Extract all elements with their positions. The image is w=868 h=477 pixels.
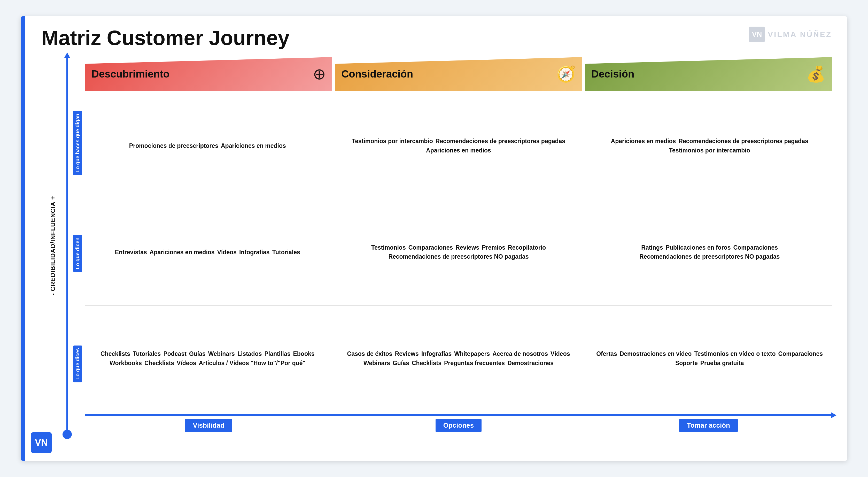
logo-box: VN (749, 27, 765, 42)
col-title-consideracion: Consideración (341, 68, 413, 80)
item: Recopilatorio (508, 244, 546, 252)
col-header-descubrimiento: Descubrimiento ⊕ (85, 57, 332, 91)
item: Comparaciones (408, 244, 453, 252)
cell-r3-c1: Checklists Tutoriales Podcast Guías Webi… (85, 310, 330, 408)
y-axis-line (66, 57, 68, 435)
item: Promociones de preescriptores (129, 142, 218, 150)
col-header-decision: Decisión 💰 (585, 57, 832, 91)
item: Prueba gratuita (700, 359, 744, 367)
item: Workbooks (110, 359, 142, 367)
col-title-decision: Decisión (591, 68, 634, 80)
item: Guías (393, 359, 409, 367)
cell-r3-c2: Casos de éxitos Reviews Infografías Whit… (336, 310, 581, 408)
x-label-cell-3: Tomar acción (585, 419, 832, 432)
item: Apariciones en medios (426, 147, 491, 154)
item: Guías (189, 350, 206, 358)
item: Premios (482, 244, 505, 252)
item: Apariciones en medios (150, 248, 215, 256)
x-label-cell-1: Visbilidad (85, 419, 332, 432)
cell-r2-c3: Ratings Publicaciones en foros Comparaci… (587, 203, 832, 301)
col-title-descubrimiento: Descubrimiento (91, 68, 169, 80)
content-rows: Promociones de preescriptores Aparicione… (85, 93, 832, 412)
item: Preguntas frecuentes (444, 359, 505, 367)
bottom-logo: VN (31, 432, 52, 453)
cell-r2-c1: Entrevistas Apariciones en medios Vídeos… (85, 203, 330, 301)
item: Vídeos (551, 350, 570, 358)
row-label-tag-2: Lo que dicen (73, 235, 82, 272)
x-label-opciones: Opciones (436, 419, 482, 432)
y-axis-label: - CREDIBILIDAD/INFLUENCIA + (49, 196, 57, 295)
col-icon-decision: 💰 (806, 65, 826, 83)
x-label-visbilidad: Visbilidad (185, 419, 232, 432)
row-label-item-3: Lo que dices (70, 308, 85, 419)
x-label-tomar-accion: Tomar acción (679, 419, 738, 432)
item: Recomendaciones de preescriptores NO pag… (388, 253, 529, 261)
x-axis-labels: Visbilidad Opciones Tomar acción (85, 416, 832, 435)
item: Ratings (641, 244, 663, 252)
x-axis-arrow (831, 412, 836, 418)
col-header-consideracion: Consideración 🧭 (335, 57, 582, 91)
row-label-item-1: Lo que haces que digan (70, 88, 85, 199)
cell-r1-c3: Apariciones en medios Recomendaciones de… (587, 97, 832, 195)
item: Comparaciones (733, 244, 778, 252)
item: Recomendaciones de preescriptores pagada… (678, 138, 808, 145)
item: Infografías (421, 350, 452, 358)
item: Infografías (239, 248, 270, 256)
item: Testimonios en vídeo o texto (694, 350, 776, 358)
item: Tutoriales (272, 248, 300, 256)
col-icon-descubrimiento: ⊕ (313, 65, 326, 83)
item: Casos de éxitos (347, 350, 393, 358)
item: Apariciones en medios (611, 138, 676, 145)
item: Tutoriales (133, 350, 161, 358)
item: Comparaciones (778, 350, 823, 358)
row-label-item-2: Lo que dicen (70, 199, 85, 309)
item: Podcast (163, 350, 186, 358)
header: Matriz Customer Journey VN VILMA NÚÑEZ (41, 27, 832, 49)
item: Plantillas (264, 350, 290, 358)
item: Vídeos (177, 359, 196, 367)
content-row-1: Promociones de preescriptores Aparicione… (85, 93, 832, 199)
item: Acerca de nosotros (492, 350, 548, 358)
item: Recomendaciones de preescriptores pagada… (436, 138, 565, 145)
content-row-3: Checklists Tutoriales Podcast Guías Webi… (85, 305, 832, 412)
col-icon-consideracion: 🧭 (556, 65, 576, 83)
item: Webinars (364, 359, 390, 367)
cell-r2-c2: Testimonios Comparaciones Reviews Premio… (336, 203, 581, 301)
item: Artículos / Vídeos "How to"/"Por qué" (199, 359, 306, 367)
y-axis-circle-bottom (63, 430, 72, 439)
item: Checklists (145, 359, 174, 367)
item: Entrevistas (115, 248, 147, 256)
item: Ebooks (293, 350, 314, 358)
item: Publicaciones en foros (666, 244, 731, 252)
row-label-tag-1: Lo que haces que digan (73, 111, 82, 175)
logo-text: VILMA NÚÑEZ (768, 30, 832, 39)
y-axis-wrapper: - CREDIBILIDAD/INFLUENCIA + (41, 57, 70, 435)
item: Testimonios por intercambio (352, 138, 433, 145)
item: Reviews (456, 244, 479, 252)
y-axis-arrow-up (64, 53, 70, 58)
grid-area: Descubrimiento ⊕ Consideración 🧭 Decisió… (85, 57, 832, 435)
cell-r1-c1: Promociones de preescriptores Aparicione… (85, 97, 330, 195)
row-labels-column: Lo que haces que digan Lo que dicen Lo q… (70, 57, 85, 435)
x-label-cell-2: Opciones (335, 419, 582, 432)
item: Listados (238, 350, 262, 358)
page-title: Matriz Customer Journey (41, 27, 289, 49)
row-label-tag-3: Lo que dices (73, 346, 82, 382)
cell-r1-c2: Testimonios por intercambio Recomendacio… (336, 97, 581, 195)
logo-area: VN VILMA NÚÑEZ (749, 27, 832, 42)
left-accent-bar (21, 16, 25, 461)
item: Testimonios por intercambio (669, 147, 750, 154)
item: Ofertas (596, 350, 617, 358)
matrix-container: - CREDIBILIDAD/INFLUENCIA + Lo que haces… (41, 57, 832, 435)
item: Apariciones en medios (221, 142, 286, 150)
item: Demostraciones (507, 359, 554, 367)
item: Demostraciones en vídeo (620, 350, 692, 358)
item: Reviews (395, 350, 419, 358)
item: Recomendaciones de preescriptores NO pag… (640, 253, 780, 261)
item: Soporte (675, 359, 698, 367)
y-label-wrapper: - CREDIBILIDAD/INFLUENCIA + (41, 57, 65, 435)
content-row-2: Entrevistas Apariciones en medios Vídeos… (85, 199, 832, 305)
slide: Matriz Customer Journey VN VILMA NÚÑEZ -… (21, 16, 847, 461)
cell-r3-c3: Ofertas Demostraciones en vídeo Testimon… (587, 310, 832, 408)
item: Checklists (412, 359, 441, 367)
